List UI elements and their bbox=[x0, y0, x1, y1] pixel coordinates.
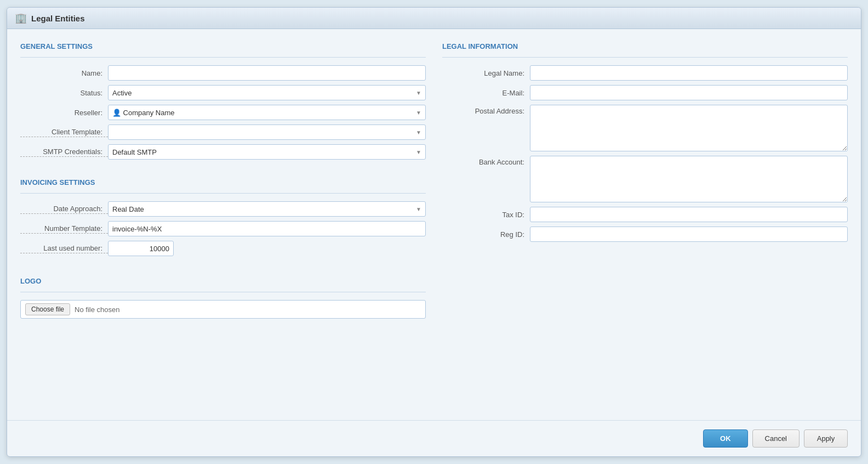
client-template-label: Client Template: bbox=[20, 128, 108, 137]
logo-section: LOGO Choose file No file chosen bbox=[20, 275, 426, 319]
footer-buttons: OK Cancel Apply bbox=[7, 420, 861, 456]
last-used-label: Last used number: bbox=[20, 244, 108, 253]
logo-title: LOGO bbox=[20, 277, 426, 285]
general-settings-section: GENERAL SETTINGS Name: Status: Active In… bbox=[20, 40, 426, 164]
file-input-row: Choose file No file chosen bbox=[20, 300, 426, 319]
bank-account-label: Bank Account: bbox=[442, 156, 530, 166]
reg-id-input[interactable] bbox=[530, 227, 848, 242]
file-wrapper: Choose file No file chosen bbox=[20, 300, 426, 319]
tax-id-input[interactable] bbox=[530, 207, 848, 222]
ok-button[interactable]: OK bbox=[703, 429, 748, 448]
last-used-input[interactable] bbox=[108, 241, 174, 256]
number-template-row: Number Template: bbox=[20, 221, 426, 236]
invoicing-settings-divider bbox=[20, 193, 426, 194]
client-template-select[interactable] bbox=[108, 125, 426, 140]
postal-address-row: Postal Address: bbox=[442, 105, 848, 151]
last-used-row: Last used number: bbox=[20, 241, 426, 256]
legal-name-label: Legal Name: bbox=[442, 69, 530, 77]
tax-id-label: Tax ID: bbox=[442, 211, 530, 219]
bank-account-textarea[interactable] bbox=[530, 156, 848, 202]
status-row: Status: Active Inactive ▼ bbox=[20, 85, 426, 100]
content-area: GENERAL SETTINGS Name: Status: Active In… bbox=[7, 29, 861, 420]
legal-entities-window: 🏢 Legal Entities GENERAL SETTINGS Name: … bbox=[7, 7, 861, 457]
legal-information-title: LEGAL INFORMATION bbox=[442, 42, 848, 50]
general-settings-title: GENERAL SETTINGS bbox=[20, 42, 426, 50]
reseller-select[interactable]: 👤 Company Name bbox=[108, 105, 426, 120]
name-input[interactable] bbox=[108, 65, 426, 81]
no-file-text: No file chosen bbox=[75, 305, 119, 314]
reseller-row: Reseller: 👤 Company Name ▼ bbox=[20, 105, 426, 120]
name-label: Name: bbox=[20, 69, 108, 77]
reseller-select-wrapper: 👤 Company Name ▼ bbox=[108, 105, 426, 120]
smtp-label: SMTP Credentials: bbox=[20, 148, 108, 157]
status-select[interactable]: Active Inactive bbox=[108, 85, 426, 100]
date-approach-row: Date Approach: Real Date Invoice Date ▼ bbox=[20, 201, 426, 217]
email-row: E-Mail: bbox=[442, 85, 848, 100]
legal-information-section: LEGAL INFORMATION Legal Name: E-Mail: Po… bbox=[442, 40, 848, 246]
email-label: E-Mail: bbox=[442, 89, 530, 97]
window-title: Legal Entities bbox=[31, 14, 85, 23]
reg-id-row: Reg ID: bbox=[442, 227, 848, 242]
legal-name-row: Legal Name: bbox=[442, 65, 848, 81]
tax-id-row: Tax ID: bbox=[442, 207, 848, 222]
cancel-button[interactable]: Cancel bbox=[752, 429, 800, 448]
invoicing-settings-section: INVOICING SETTINGS Date Approach: Real D… bbox=[20, 176, 426, 261]
status-select-wrapper: Active Inactive ▼ bbox=[108, 85, 426, 100]
postal-address-textarea[interactable] bbox=[530, 105, 848, 151]
window-icon: 🏢 bbox=[15, 12, 27, 24]
logo-divider bbox=[20, 292, 426, 292]
legal-name-input[interactable] bbox=[530, 65, 848, 81]
left-panel: GENERAL SETTINGS Name: Status: Active In… bbox=[20, 40, 426, 409]
right-panel: LEGAL INFORMATION Legal Name: E-Mail: Po… bbox=[442, 40, 848, 409]
legal-information-divider bbox=[442, 57, 848, 58]
choose-file-button[interactable]: Choose file bbox=[25, 303, 70, 315]
client-template-select-wrapper: ▼ bbox=[108, 125, 426, 140]
email-input[interactable] bbox=[530, 85, 848, 100]
date-approach-select-wrapper: Real Date Invoice Date ▼ bbox=[108, 201, 426, 217]
bank-account-row: Bank Account: bbox=[442, 156, 848, 202]
reseller-label: Reseller: bbox=[20, 109, 108, 117]
status-label: Status: bbox=[20, 89, 108, 97]
title-bar: 🏢 Legal Entities bbox=[7, 8, 861, 29]
number-template-label: Number Template: bbox=[20, 224, 108, 234]
client-template-row: Client Template: ▼ bbox=[20, 125, 426, 140]
number-template-input[interactable] bbox=[108, 221, 426, 236]
reg-id-label: Reg ID: bbox=[442, 230, 530, 239]
smtp-select[interactable]: Default SMTP bbox=[108, 144, 426, 160]
smtp-select-wrapper: Default SMTP ▼ bbox=[108, 144, 426, 160]
invoicing-settings-title: INVOICING SETTINGS bbox=[20, 178, 426, 186]
date-approach-select[interactable]: Real Date Invoice Date bbox=[108, 201, 426, 217]
date-approach-label: Date Approach: bbox=[20, 205, 108, 214]
postal-address-label: Postal Address: bbox=[442, 105, 530, 115]
name-row: Name: bbox=[20, 65, 426, 81]
smtp-row: SMTP Credentials: Default SMTP ▼ bbox=[20, 144, 426, 160]
apply-button[interactable]: Apply bbox=[804, 429, 848, 448]
general-settings-divider bbox=[20, 57, 426, 58]
